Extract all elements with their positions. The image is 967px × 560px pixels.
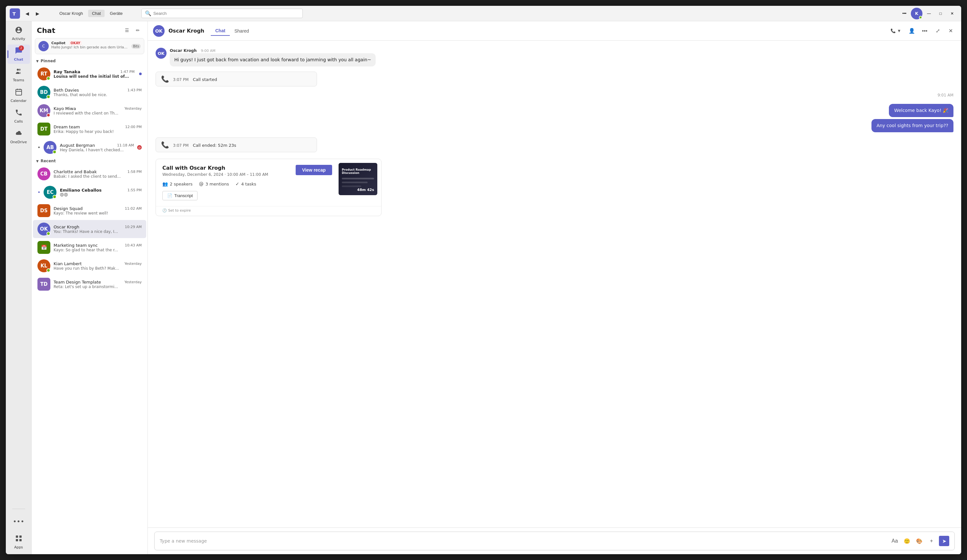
emiliano-time: 1:55 PM (127, 188, 142, 192)
tab-chat-active[interactable]: Chat (211, 26, 230, 36)
dream-name: Dream team (54, 125, 80, 129)
pinned-section-label: ▼ Pinned (31, 57, 147, 64)
recap-card: Call with Oscar Krogh Wednesday, Decembe… (155, 159, 381, 216)
chat-sidebar: Chat ☰ ✏ C Copilot OKAY Hallo Jungs! Ich… (31, 21, 148, 554)
main-content: Activity 2 Chat (6, 21, 961, 554)
chat-item-design-squad[interactable]: DS Design Squad 11:02 AM Kayo: The revie… (33, 202, 146, 220)
sidebar-item-chat[interactable]: 2 Chat (7, 44, 30, 64)
more-options-icon: ••• (922, 28, 927, 34)
back-button[interactable]: ◀ (23, 9, 31, 18)
copilot-notification[interactable]: C Copilot OKAY Hallo Jungs! Ich bin gera… (35, 38, 144, 54)
outgoing-bubble-1: Welcome back Kayo! 🎉 (889, 104, 954, 117)
filter-button[interactable]: ☰ (122, 26, 131, 35)
sidebar-item-onedrive[interactable]: OneDrive (7, 127, 30, 147)
chat-item-oscar-krogh[interactable]: OK Oscar Krogh 10:29 AM You: Thanks! Hav… (33, 220, 146, 238)
title-bar: T ◀ ▶ Oscar Krogh Chat Geräte 🔍 ••• K — (6, 6, 961, 21)
ray-unread-dot (139, 72, 142, 75)
format-button[interactable]: Aa (890, 536, 899, 546)
chat-item-kayo-miwa[interactable]: KM Kayo Miwa Yesterday I reviewed with t… (33, 102, 146, 120)
more-options-button[interactable]: ••• (899, 9, 909, 18)
sidebar-item-calls[interactable]: Calls (7, 107, 30, 126)
chat-item-dream-team[interactable]: DT Dream team 12:00 PM Erika: Happy to h… (33, 120, 146, 138)
chat-item-marketing-sync[interactable]: 📅 Marketing team sync 10:43 AM Kayo: So … (33, 239, 146, 257)
marketing-preview: Kayo: So glad to hear that the r... (54, 248, 142, 252)
audio-call-button[interactable]: 📞 ▼ (887, 26, 904, 35)
kayo-preview: I reviewed with the client on Th... (54, 111, 142, 115)
svg-text:T: T (13, 11, 16, 16)
chat-label: Chat (14, 58, 23, 62)
calls-icon (15, 109, 23, 118)
august-time: 11:18 AM (117, 143, 134, 147)
ray-name: Ray Tanaka (54, 69, 80, 74)
august-name: August Bergman (60, 143, 95, 148)
tasks-icon: ✓ (236, 181, 239, 186)
minimize-button[interactable]: — (924, 9, 934, 18)
onedrive-label: OneDrive (10, 140, 27, 144)
recap-speakers: 👥 2 speakers (162, 181, 193, 186)
chat-badge: 2 (19, 46, 24, 51)
sidebar-item-more[interactable]: ••• (7, 512, 30, 531)
tab-oscar-krogh[interactable]: Oscar Krogh (56, 10, 87, 17)
tab-shared[interactable]: Shared (230, 26, 253, 36)
app-window: T ◀ ▶ Oscar Krogh Chat Geräte 🔍 ••• K — (6, 6, 961, 554)
chat-item-kian-lambert[interactable]: KL Kian Lambert Yesterday Have you run t… (33, 257, 146, 275)
sidebar-item-teams[interactable]: Teams (7, 65, 30, 84)
sticker-icon: 🎨 (916, 538, 922, 544)
call-end-text: Call ended: 52m 23s (193, 143, 236, 148)
svg-rect-4 (16, 89, 21, 95)
sidebar-item-activity[interactable]: Activity (7, 24, 30, 43)
emoji-button[interactable]: 🙂 (902, 536, 912, 546)
search-icon: 🔍 (145, 10, 151, 16)
view-recap-button[interactable]: View recap (295, 165, 332, 175)
call-end-icon: 📞 (161, 141, 169, 149)
search-bar[interactable]: 🔍 (141, 9, 303, 18)
template-time: Yesterday (125, 280, 142, 284)
call-start-text: Call started (193, 77, 217, 82)
calendar-label: Calendar (11, 99, 26, 103)
marketing-avatar: 📅 (38, 241, 50, 254)
calls-label: Calls (14, 119, 23, 124)
call-start-info: 3:07 PM Call started (173, 76, 217, 82)
message-input-placeholder: Type a new message (160, 539, 207, 544)
sidebar-item-calendar[interactable]: Calendar (7, 86, 30, 105)
emiliano-avatar-wrap: EC (44, 186, 56, 199)
svg-rect-8 (19, 539, 21, 541)
close-button[interactable]: ✕ (947, 9, 957, 18)
chat-item-august-bergman[interactable]: • AB August Bergman 11:18 AM Hey Daniela… (33, 138, 146, 156)
chat-item-charlotte-babak[interactable]: CB Charlotte and Babak 1:58 PM Babak: I … (33, 165, 146, 183)
close-chat-button[interactable]: ✕ (945, 25, 956, 36)
send-button[interactable]: ➤ (939, 536, 949, 546)
oscar-msg-avatar: OK (155, 48, 167, 59)
sidebar-item-apps[interactable]: Apps (7, 532, 30, 552)
attach-button[interactable]: + (927, 536, 936, 546)
user-avatar[interactable]: K (911, 8, 922, 19)
forward-button[interactable]: ▶ (33, 9, 42, 18)
svg-rect-6 (19, 535, 21, 538)
popout-button[interactable]: ⤢ (932, 25, 943, 36)
august-info: August Bergman 11:18 AM Hey Daniela, I h… (60, 143, 134, 152)
apps-icon (15, 535, 23, 544)
more-options-chat-button[interactable]: ••• (919, 25, 930, 36)
message-input-area: Type a new message Aa 🙂 🎨 + (148, 527, 961, 554)
pinned-chevron: ▼ (36, 59, 39, 63)
maximize-button[interactable]: □ (936, 9, 946, 18)
oscar-status (46, 232, 50, 236)
chat-item-team-design-template[interactable]: TD Team Design Template Yesterday Reta: … (33, 275, 146, 293)
add-people-button[interactable]: 👤 (906, 25, 917, 36)
sticker-button[interactable]: 🎨 (914, 536, 924, 546)
tab-gerate[interactable]: Geräte (106, 10, 127, 17)
chat-item-ray-tanaka[interactable]: RT Ray Tanaka 1:47 PM Louisa will send t… (33, 65, 146, 83)
call-end-event: 📞 3:07 PM Call ended: 52m 23s (155, 137, 317, 152)
template-avatar: TD (38, 278, 50, 291)
chat-item-emiliano[interactable]: • EC Emiliano Ceballos 1:55 PM 😍😍 (33, 183, 146, 201)
mentions-icon: @ (199, 181, 204, 186)
format-icon: Aa (891, 538, 898, 544)
new-chat-button[interactable]: ✏ (133, 26, 142, 35)
tab-chat[interactable]: Chat (88, 10, 105, 17)
transcript-button[interactable]: 📄 Transcript (162, 191, 198, 200)
search-input[interactable] (153, 11, 299, 16)
message-input-box[interactable]: Type a new message Aa 🙂 🎨 + (154, 532, 955, 550)
chat-header-avatar: OK (153, 25, 165, 37)
notif-text: Hallo Jungs! Ich bin gerade aus dem Urla… (51, 45, 129, 49)
chat-item-beth-davies[interactable]: BD Beth Davies 1:43 PM Thanks, that woul… (33, 83, 146, 101)
